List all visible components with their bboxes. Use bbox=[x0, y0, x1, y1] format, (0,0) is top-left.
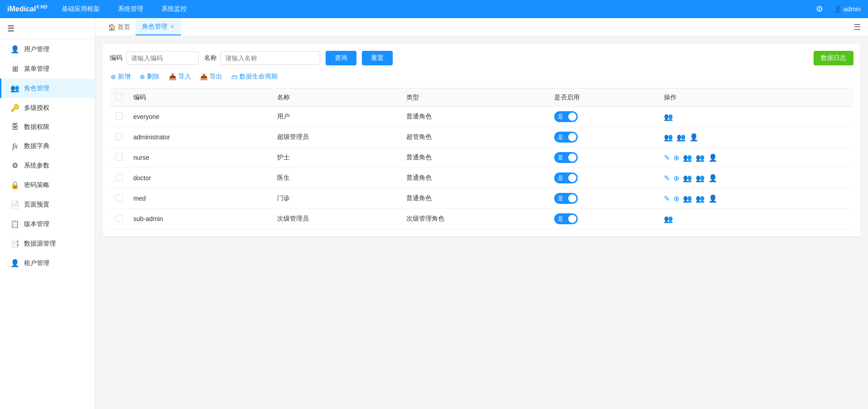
add-role-icon-nurse[interactable]: ⊕ bbox=[673, 153, 679, 162]
sidebar-label-menu-mgmt: 菜单管理 bbox=[24, 65, 49, 73]
toolbar: ⊕ 新增 ⊗ 删除 📥 导入 📤 导出 bbox=[110, 71, 853, 83]
data-perm-icon-med[interactable]: 👥 bbox=[696, 194, 705, 203]
sidebar-item-menu-mgmt[interactable]: ⊞ 菜单管理 bbox=[0, 59, 95, 79]
sidebar-item-user-mgmt[interactable]: 👤 用户管理 bbox=[0, 39, 95, 59]
perm-icon-administrator[interactable]: 👥 bbox=[664, 133, 673, 142]
data-perm-icon-doctor[interactable]: 👥 bbox=[696, 174, 705, 182]
lifecycle-icon: 🗃 bbox=[231, 73, 238, 80]
row-enabled-sub-admin: 是 bbox=[549, 209, 658, 229]
delete-icon: ⊗ bbox=[140, 73, 145, 80]
logo-sup: ® HO bbox=[36, 5, 47, 10]
sidebar-item-data-dict[interactable]: fx 数据字典 bbox=[0, 137, 95, 156]
toggle-administrator[interactable]: 是 bbox=[554, 132, 578, 143]
user-icon-doctor[interactable]: 👤 bbox=[708, 174, 717, 182]
row-checkbox-med[interactable] bbox=[115, 194, 122, 202]
sidebar-item-sys-param[interactable]: ⚙ 系统参数 bbox=[0, 156, 95, 175]
data-log-button[interactable]: 数据日志 bbox=[814, 51, 853, 65]
nav-system-management[interactable]: 系统管理 bbox=[114, 5, 147, 13]
sidebar-label-user-mgmt: 用户管理 bbox=[24, 45, 49, 54]
row-checkbox-administrator[interactable] bbox=[115, 133, 122, 140]
toggle-doctor[interactable]: 是 bbox=[554, 172, 578, 183]
tab-bar: 🏠 首页 角色管理 ✕ ☰ bbox=[95, 18, 868, 36]
user-icon-med[interactable]: 👤 bbox=[708, 194, 717, 203]
sidebar-label-sys-param: 系统参数 bbox=[24, 162, 49, 170]
nav-system-monitor[interactable]: 系统监控 bbox=[158, 5, 190, 13]
row-checkbox-nurse[interactable] bbox=[115, 153, 122, 161]
row-actions-cell: 👥 bbox=[658, 209, 853, 229]
edit-icon-nurse[interactable]: ✎ bbox=[664, 153, 670, 162]
row-checkbox-doctor[interactable] bbox=[115, 174, 122, 181]
add-role-icon-med[interactable]: ⊕ bbox=[673, 194, 679, 203]
sidebar-item-page-preset[interactable]: 📄 页面预置 bbox=[0, 195, 95, 214]
data-perm-icon-nurse[interactable]: 👥 bbox=[696, 153, 705, 162]
row-code-nurse: nurse bbox=[128, 148, 272, 168]
sidebar-item-role-mgmt[interactable]: 👥 角色管理 bbox=[0, 79, 95, 98]
lifecycle-button[interactable]: 🗃 数据生命周期 bbox=[230, 71, 278, 83]
name-input[interactable] bbox=[220, 51, 320, 65]
row-checkbox-everyone[interactable] bbox=[115, 113, 122, 120]
row-enabled-med: 是 bbox=[549, 188, 658, 209]
tab-home[interactable]: 🏠 首页 bbox=[102, 20, 136, 35]
th-action: 操作 bbox=[658, 89, 853, 107]
row-actions-cell: 👥 bbox=[658, 107, 853, 127]
row-actions-cell: ✎⊕👥👥👤 bbox=[658, 188, 853, 209]
sidebar-hamburger[interactable]: ☰ bbox=[0, 18, 95, 39]
query-button[interactable]: 查询 bbox=[326, 51, 356, 65]
row-enabled-administrator: 是 bbox=[549, 127, 658, 148]
user-info[interactable]: 👤 admin bbox=[834, 5, 861, 13]
code-input[interactable] bbox=[126, 51, 199, 65]
sidebar-label-pwd-policy: 密码策略 bbox=[24, 181, 49, 189]
perm-icon-everyone[interactable]: 👥 bbox=[664, 113, 673, 121]
row-checkbox-sub-admin[interactable] bbox=[115, 215, 122, 222]
sidebar-item-tenant-mgmt[interactable]: 👤 租户管理 bbox=[0, 253, 95, 273]
toggle-everyone[interactable]: 是 bbox=[554, 111, 578, 122]
row-name-sub-admin: 次级管理员 bbox=[272, 209, 400, 229]
add-role-icon-doctor[interactable]: ⊕ bbox=[673, 174, 679, 182]
home-icon: 🏠 bbox=[108, 24, 116, 31]
table-row: sub-admin次级管理员次级管理角色 是 👥 bbox=[110, 209, 853, 229]
sidebar-item-pwd-policy[interactable]: 🔒 密码策略 bbox=[0, 175, 95, 195]
row-name-administrator: 超级管理员 bbox=[272, 127, 400, 148]
edit-icon-med[interactable]: ✎ bbox=[664, 194, 670, 203]
edit-icon-doctor[interactable]: ✎ bbox=[664, 174, 670, 182]
select-all-checkbox[interactable] bbox=[115, 93, 122, 100]
data-perm-icon-administrator[interactable]: 👥 bbox=[677, 133, 686, 142]
sidebar-item-data-src[interactable]: 📑 数据源管理 bbox=[0, 234, 95, 253]
tab-bar-menu-icon[interactable]: ☰ bbox=[853, 22, 861, 32]
import-button[interactable]: 📥 导入 bbox=[168, 71, 192, 83]
toggle-nurse[interactable]: 是 bbox=[554, 152, 578, 163]
row-checkbox-cell bbox=[110, 148, 128, 168]
row-checkbox-cell bbox=[110, 127, 128, 148]
user-icon-administrator[interactable]: 👤 bbox=[689, 133, 698, 142]
delete-button[interactable]: ⊗ 删除 bbox=[139, 71, 161, 83]
row-code-doctor: doctor bbox=[128, 168, 272, 188]
sidebar-item-data-perm[interactable]: 🗄 数据权限 bbox=[0, 118, 95, 137]
sidebar-label-tenant-mgmt: 租户管理 bbox=[24, 259, 49, 267]
import-label: 导入 bbox=[178, 73, 191, 81]
tenant-mgmt-icon: 👤 bbox=[10, 259, 20, 267]
sidebar-item-ver-mgmt[interactable]: 📋 版本管理 bbox=[0, 214, 95, 234]
sidebar-label-data-src: 数据源管理 bbox=[24, 240, 56, 248]
toggle-med[interactable]: 是 bbox=[554, 193, 578, 204]
search-bar: 编码 名称 查询 重置 数据日志 bbox=[110, 51, 853, 65]
perm-icon-nurse[interactable]: 👥 bbox=[683, 153, 692, 162]
tab-close-button[interactable]: ✕ bbox=[170, 24, 175, 30]
add-button[interactable]: ⊕ 新增 bbox=[110, 71, 132, 83]
settings-icon[interactable]: ⚙ bbox=[816, 4, 823, 14]
nav-basic-framework[interactable]: 基础应用框架 bbox=[58, 5, 103, 13]
app-logo: iMedical® HO bbox=[7, 5, 47, 13]
user-icon-nurse[interactable]: 👤 bbox=[708, 153, 717, 162]
perm-icon-med[interactable]: 👥 bbox=[683, 194, 692, 203]
table-row: nurse护士普通角色 是 ✎⊕👥👥👤 bbox=[110, 148, 853, 168]
toggle-sub-admin[interactable]: 是 bbox=[554, 213, 578, 224]
row-code-med: med bbox=[128, 188, 272, 209]
perm-icon-sub-admin[interactable]: 👥 bbox=[664, 215, 673, 223]
sidebar-item-multi-auth[interactable]: 🔑 多级授权 bbox=[0, 98, 95, 118]
perm-icon-doctor[interactable]: 👥 bbox=[683, 174, 692, 182]
reset-button[interactable]: 重置 bbox=[362, 51, 393, 65]
tab-role-mgmt[interactable]: 角色管理 ✕ bbox=[136, 19, 181, 35]
row-checkbox-cell bbox=[110, 168, 128, 188]
export-button[interactable]: 📤 导出 bbox=[199, 71, 223, 83]
table-row: everyone用户普通角色 是 👥 bbox=[110, 107, 853, 127]
row-name-everyone: 用户 bbox=[272, 107, 400, 127]
